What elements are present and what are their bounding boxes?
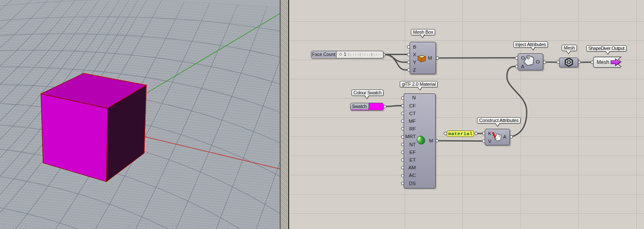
svg-text:Mesh: Mesh (597, 59, 609, 65)
